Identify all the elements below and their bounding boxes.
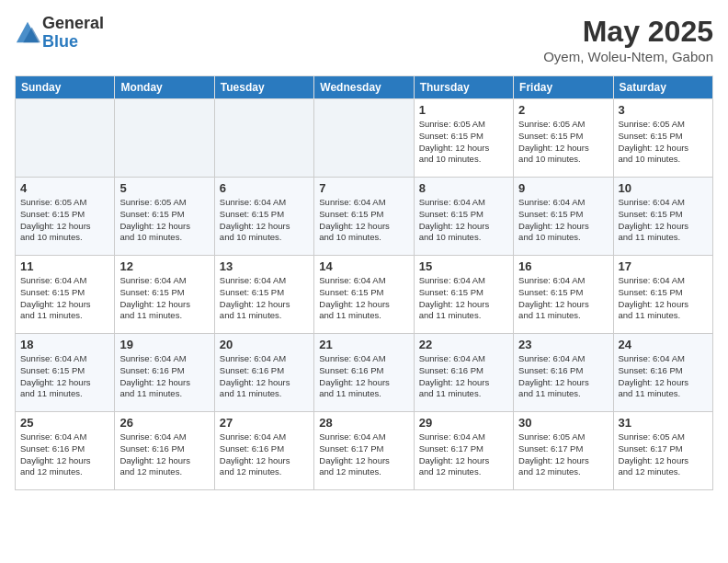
- logo: General Blue: [15, 15, 104, 52]
- weekday-header-thursday: Thursday: [414, 76, 513, 99]
- calendar-cell: 25Sunrise: 6:04 AMSunset: 6:16 PMDayligh…: [16, 412, 115, 490]
- day-info: Sunrise: 6:04 AMSunset: 6:15 PMDaylight:…: [619, 275, 708, 322]
- location-text: Oyem, Woleu-Ntem, Gabon: [543, 49, 713, 64]
- day-info: Sunrise: 6:04 AMSunset: 6:15 PMDaylight:…: [518, 197, 608, 244]
- day-info: Sunrise: 6:05 AMSunset: 6:15 PMDaylight:…: [20, 197, 109, 244]
- day-info: Sunrise: 6:04 AMSunset: 6:16 PMDaylight:…: [419, 353, 508, 400]
- calendar-week-row: 1Sunrise: 6:05 AMSunset: 6:15 PMDaylight…: [16, 99, 713, 178]
- calendar-cell: 7Sunrise: 6:04 AMSunset: 6:15 PMDaylight…: [314, 178, 414, 256]
- calendar-cell: 2Sunrise: 6:05 AMSunset: 6:15 PMDaylight…: [514, 99, 613, 178]
- calendar-cell: 23Sunrise: 6:04 AMSunset: 6:16 PMDayligh…: [514, 334, 613, 412]
- page-header: General Blue May 2025 Oyem, Woleu-Ntem, …: [15, 15, 713, 64]
- calendar-cell: 16Sunrise: 6:04 AMSunset: 6:15 PMDayligh…: [514, 256, 613, 334]
- day-number: 22: [419, 338, 508, 351]
- calendar-cell: 31Sunrise: 6:05 AMSunset: 6:17 PMDayligh…: [613, 412, 712, 490]
- day-info: Sunrise: 6:04 AMSunset: 6:15 PMDaylight:…: [119, 275, 209, 322]
- day-number: 8: [419, 181, 508, 195]
- calendar-table: SundayMondayTuesdayWednesdayThursdayFrid…: [15, 75, 713, 490]
- day-info: Sunrise: 6:04 AMSunset: 6:16 PMDaylight:…: [119, 353, 209, 400]
- day-number: 14: [319, 259, 408, 273]
- day-info: Sunrise: 6:05 AMSunset: 6:15 PMDaylight:…: [518, 119, 608, 166]
- day-info: Sunrise: 6:04 AMSunset: 6:16 PMDaylight:…: [220, 353, 309, 400]
- calendar-cell: 11Sunrise: 6:04 AMSunset: 6:15 PMDayligh…: [16, 256, 115, 334]
- day-info: Sunrise: 6:05 AMSunset: 6:15 PMDaylight:…: [119, 197, 209, 244]
- day-info: Sunrise: 6:05 AMSunset: 6:17 PMDaylight:…: [518, 431, 608, 478]
- day-info: Sunrise: 6:05 AMSunset: 6:17 PMDaylight:…: [619, 431, 708, 478]
- day-number: 17: [619, 259, 708, 273]
- day-info: Sunrise: 6:04 AMSunset: 6:15 PMDaylight:…: [419, 197, 508, 244]
- day-number: 18: [20, 338, 109, 351]
- day-info: Sunrise: 6:04 AMSunset: 6:15 PMDaylight:…: [20, 275, 109, 322]
- day-number: 1: [419, 103, 508, 117]
- calendar-cell: 17Sunrise: 6:04 AMSunset: 6:15 PMDayligh…: [613, 256, 712, 334]
- day-number: 13: [220, 259, 309, 273]
- day-number: 23: [518, 338, 608, 351]
- day-info: Sunrise: 6:04 AMSunset: 6:15 PMDaylight:…: [319, 197, 408, 244]
- calendar-cell: 3Sunrise: 6:05 AMSunset: 6:15 PMDaylight…: [613, 99, 712, 178]
- logo-icon: [15, 20, 40, 46]
- calendar-week-row: 18Sunrise: 6:04 AMSunset: 6:15 PMDayligh…: [16, 334, 713, 412]
- day-number: 27: [220, 416, 309, 430]
- logo-blue-text: Blue: [42, 33, 104, 52]
- day-number: 25: [20, 416, 109, 430]
- day-number: 28: [319, 416, 408, 430]
- logo-general-text: General: [42, 15, 104, 33]
- calendar-cell: 19Sunrise: 6:04 AMSunset: 6:16 PMDayligh…: [115, 334, 214, 412]
- day-number: 9: [518, 181, 608, 195]
- day-number: 29: [419, 416, 508, 430]
- calendar-cell: 28Sunrise: 6:04 AMSunset: 6:17 PMDayligh…: [314, 412, 414, 490]
- calendar-week-row: 4Sunrise: 6:05 AMSunset: 6:15 PMDaylight…: [16, 178, 713, 256]
- calendar-cell: 14Sunrise: 6:04 AMSunset: 6:15 PMDayligh…: [314, 256, 414, 334]
- calendar-week-row: 25Sunrise: 6:04 AMSunset: 6:16 PMDayligh…: [16, 412, 713, 490]
- day-info: Sunrise: 6:04 AMSunset: 6:15 PMDaylight:…: [220, 197, 309, 244]
- calendar-cell: 12Sunrise: 6:04 AMSunset: 6:15 PMDayligh…: [115, 256, 214, 334]
- day-info: Sunrise: 6:04 AMSunset: 6:15 PMDaylight:…: [20, 353, 109, 400]
- day-info: Sunrise: 6:04 AMSunset: 6:15 PMDaylight:…: [419, 275, 508, 322]
- weekday-header-row: SundayMondayTuesdayWednesdayThursdayFrid…: [16, 76, 713, 99]
- day-info: Sunrise: 6:04 AMSunset: 6:15 PMDaylight:…: [319, 275, 408, 322]
- day-info: Sunrise: 6:04 AMSunset: 6:15 PMDaylight:…: [619, 197, 708, 244]
- day-number: 2: [518, 103, 608, 117]
- day-number: 24: [619, 338, 708, 351]
- calendar-cell: 4Sunrise: 6:05 AMSunset: 6:15 PMDaylight…: [16, 178, 115, 256]
- calendar-cell: 1Sunrise: 6:05 AMSunset: 6:15 PMDaylight…: [414, 99, 513, 178]
- calendar-cell: 10Sunrise: 6:04 AMSunset: 6:15 PMDayligh…: [613, 178, 712, 256]
- calendar-cell: 13Sunrise: 6:04 AMSunset: 6:15 PMDayligh…: [214, 256, 313, 334]
- month-title: May 2025: [543, 15, 713, 49]
- day-number: 3: [619, 103, 708, 117]
- calendar-cell: 8Sunrise: 6:04 AMSunset: 6:15 PMDaylight…: [414, 178, 513, 256]
- calendar-cell: [115, 99, 214, 178]
- calendar-cell: 24Sunrise: 6:04 AMSunset: 6:16 PMDayligh…: [613, 334, 712, 412]
- weekday-header-monday: Monday: [115, 76, 214, 99]
- calendar-cell: 9Sunrise: 6:04 AMSunset: 6:15 PMDaylight…: [514, 178, 613, 256]
- weekday-header-sunday: Sunday: [16, 76, 115, 99]
- title-block: May 2025 Oyem, Woleu-Ntem, Gabon: [543, 15, 713, 64]
- calendar-cell: 21Sunrise: 6:04 AMSunset: 6:16 PMDayligh…: [314, 334, 414, 412]
- day-number: 7: [319, 181, 408, 195]
- day-info: Sunrise: 6:04 AMSunset: 6:17 PMDaylight:…: [319, 431, 408, 478]
- day-info: Sunrise: 6:04 AMSunset: 6:16 PMDaylight:…: [518, 353, 608, 400]
- calendar-cell: [16, 99, 115, 178]
- day-number: 16: [518, 259, 608, 273]
- calendar-cell: 26Sunrise: 6:04 AMSunset: 6:16 PMDayligh…: [115, 412, 214, 490]
- calendar-cell: 15Sunrise: 6:04 AMSunset: 6:15 PMDayligh…: [414, 256, 513, 334]
- day-number: 11: [20, 259, 109, 273]
- day-number: 10: [619, 181, 708, 195]
- day-info: Sunrise: 6:04 AMSunset: 6:15 PMDaylight:…: [518, 275, 608, 322]
- calendar-week-row: 11Sunrise: 6:04 AMSunset: 6:15 PMDayligh…: [16, 256, 713, 334]
- day-number: 6: [220, 181, 309, 195]
- day-info: Sunrise: 6:04 AMSunset: 6:15 PMDaylight:…: [220, 275, 309, 322]
- weekday-header-friday: Friday: [514, 76, 613, 99]
- calendar-cell: 27Sunrise: 6:04 AMSunset: 6:16 PMDayligh…: [214, 412, 313, 490]
- calendar-cell: 6Sunrise: 6:04 AMSunset: 6:15 PMDaylight…: [214, 178, 313, 256]
- day-number: 15: [419, 259, 508, 273]
- calendar-cell: 22Sunrise: 6:04 AMSunset: 6:16 PMDayligh…: [414, 334, 513, 412]
- day-number: 12: [119, 259, 209, 273]
- day-number: 4: [20, 181, 109, 195]
- day-info: Sunrise: 6:04 AMSunset: 6:17 PMDaylight:…: [419, 431, 508, 478]
- day-info: Sunrise: 6:04 AMSunset: 6:16 PMDaylight:…: [319, 353, 408, 400]
- day-number: 31: [619, 416, 708, 430]
- day-info: Sunrise: 6:04 AMSunset: 6:16 PMDaylight:…: [20, 431, 109, 478]
- calendar-cell: 29Sunrise: 6:04 AMSunset: 6:17 PMDayligh…: [414, 412, 513, 490]
- day-number: 5: [119, 181, 209, 195]
